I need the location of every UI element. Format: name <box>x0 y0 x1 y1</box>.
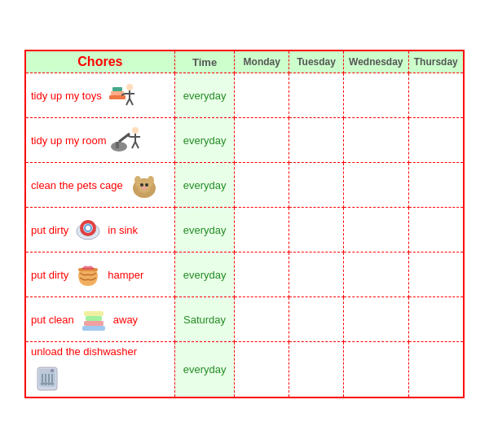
svg-point-30 <box>85 225 91 231</box>
chore-cell-clean-pets: clean the pets cage <box>25 163 174 208</box>
checkbox-cell[interactable] <box>235 73 289 118</box>
table-row: clean the pets cage everyday <box>25 163 464 208</box>
vacuum-icon <box>109 124 142 156</box>
chore-suffix-put-dirty-sink: in sink <box>108 224 138 236</box>
svg-rect-0 <box>109 95 126 99</box>
table-row: put dirty in sinkeveryday <box>25 208 464 253</box>
header-monday: Monday <box>235 51 289 73</box>
svg-point-26 <box>148 176 154 184</box>
chore-cell-tidy-toys: tidy up my toys <box>25 73 174 118</box>
svg-point-24 <box>142 187 147 190</box>
checkbox-cell[interactable] <box>408 163 464 208</box>
table-row: put dirty hampereveryday <box>25 253 464 297</box>
time-cell-put-dirty-hamper: everyday <box>174 253 235 297</box>
svg-rect-32 <box>82 326 105 331</box>
checkbox-cell[interactable] <box>235 253 289 297</box>
checkbox-cell[interactable] <box>289 73 344 118</box>
chore-prefix-put-clean-away: put clean <box>31 314 74 326</box>
page-wrapper: Chores Time Monday Tuesday Wednesday Thu… <box>16 33 473 415</box>
chore-cell-tidy-room: tidy up my room <box>25 118 174 163</box>
svg-point-25 <box>134 176 141 184</box>
checkbox-cell[interactable] <box>344 342 408 398</box>
time-cell-clean-pets: everyday <box>174 163 235 208</box>
checkbox-cell[interactable] <box>344 163 408 208</box>
svg-rect-2 <box>112 87 122 91</box>
header-chores: Chores <box>25 51 174 73</box>
checkbox-cell[interactable] <box>408 342 464 398</box>
chore-cell-put-dirty-hamper: put dirty hamper <box>25 253 174 297</box>
time-cell-unload-dishwasher: everyday <box>174 342 235 398</box>
chore-label-clean-pets: clean the pets cage <box>31 179 123 191</box>
checkbox-cell[interactable] <box>289 163 344 208</box>
header-thursday: Thursday <box>408 51 464 73</box>
time-cell-put-clean-away: Saturday <box>174 297 235 342</box>
checkbox-cell[interactable] <box>344 208 408 253</box>
laundry-icon <box>72 258 104 291</box>
chore-suffix-put-dirty-hamper: hamper <box>108 269 143 281</box>
svg-point-3 <box>126 84 133 90</box>
svg-rect-35 <box>84 311 104 316</box>
chore-prefix-put-dirty-hamper: put dirty <box>31 269 68 281</box>
clothes-icon <box>77 303 110 336</box>
checkbox-cell[interactable] <box>408 253 464 297</box>
checkbox-cell[interactable] <box>408 118 464 163</box>
checkbox-cell[interactable] <box>235 297 289 342</box>
chore-cell-unload-dishwasher: unload the dishwasher <box>25 342 174 398</box>
checkbox-cell[interactable] <box>344 118 408 163</box>
dishwasher-icon <box>31 361 64 393</box>
time-cell-tidy-toys: everyday <box>174 73 235 118</box>
checkbox-cell[interactable] <box>344 73 408 118</box>
chore-cell-put-dirty-sink: put dirty in sink <box>25 208 174 253</box>
checkbox-cell[interactable] <box>344 253 408 297</box>
chore-label-tidy-room: tidy up my room <box>31 134 106 147</box>
svg-line-17 <box>135 142 139 148</box>
dishes-icon <box>72 213 104 246</box>
checkbox-cell[interactable] <box>235 342 289 398</box>
table-row: tidy up my toys everyday <box>25 73 464 118</box>
svg-point-22 <box>140 183 143 187</box>
toys-icon <box>105 79 138 112</box>
checkbox-cell[interactable] <box>408 297 464 342</box>
chore-cell-put-clean-away: put clean away <box>25 297 174 342</box>
header-wednesday: Wednesday <box>344 51 408 73</box>
table-row: tidy up my room everyday <box>25 118 464 163</box>
svg-point-39 <box>51 369 54 372</box>
header-time: Time <box>174 51 235 73</box>
pet-icon <box>126 169 159 201</box>
svg-line-7 <box>130 99 133 105</box>
checkbox-cell[interactable] <box>408 208 464 253</box>
chore-label-unload-dishwasher: unload the dishwasher <box>31 345 137 358</box>
svg-line-16 <box>132 142 135 148</box>
svg-line-6 <box>126 99 130 105</box>
svg-rect-10 <box>116 142 119 148</box>
checkbox-cell[interactable] <box>289 253 344 297</box>
svg-rect-34 <box>86 316 102 321</box>
checkbox-cell[interactable] <box>235 118 289 163</box>
checkbox-cell[interactable] <box>235 208 289 253</box>
checkbox-cell[interactable] <box>344 297 408 342</box>
table-row: unload the dishwasher everyday <box>25 342 464 398</box>
svg-rect-33 <box>84 321 104 326</box>
svg-point-23 <box>145 183 148 187</box>
checkbox-cell[interactable] <box>408 73 464 118</box>
table-row: put clean awaySaturday <box>25 297 464 342</box>
checkbox-cell[interactable] <box>289 342 344 398</box>
header-tuesday: Tuesday <box>289 51 344 73</box>
chore-prefix-put-dirty-sink: put dirty <box>31 224 68 236</box>
time-cell-tidy-room: everyday <box>174 118 235 163</box>
chore-suffix-put-clean-away: away <box>113 314 138 326</box>
chores-table: Chores Time Monday Tuesday Wednesday Thu… <box>24 50 465 398</box>
time-cell-put-dirty-sink: everyday <box>174 208 235 253</box>
checkbox-cell[interactable] <box>289 118 344 163</box>
chore-label-tidy-toys: tidy up my toys <box>31 90 102 102</box>
checkbox-cell[interactable] <box>289 208 344 253</box>
checkbox-cell[interactable] <box>235 163 289 208</box>
svg-point-12 <box>132 127 139 134</box>
checkbox-cell[interactable] <box>289 297 344 342</box>
